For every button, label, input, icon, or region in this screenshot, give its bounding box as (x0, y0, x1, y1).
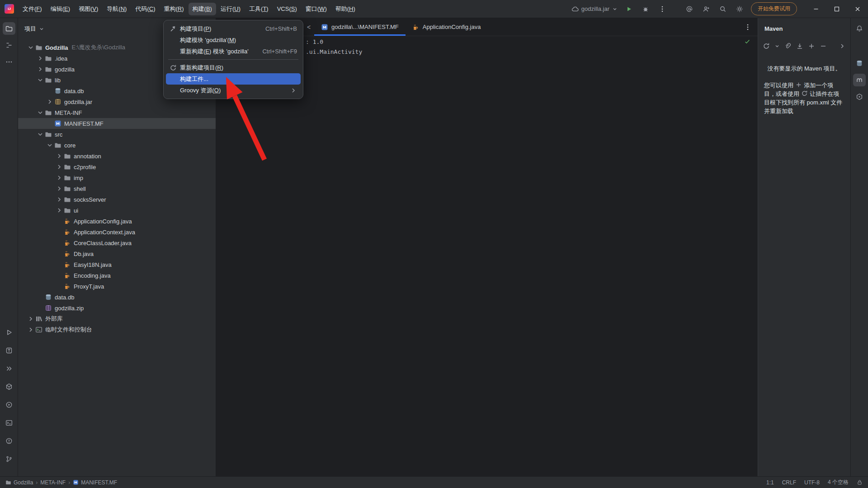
chevron-right-icon[interactable] (54, 196, 64, 203)
problems-tool-icon[interactable] (3, 435, 15, 447)
at-icon[interactable] (684, 4, 695, 14)
menubar-tools[interactable]: 工具(T) (245, 3, 273, 15)
breadcrumb-manifest-mf[interactable]: MANIFEST.MF (73, 479, 117, 486)
chevron-down-icon[interactable] (35, 131, 45, 138)
maven-attach-icon[interactable] (784, 43, 792, 50)
maven-download-icon[interactable] (796, 43, 803, 50)
tree-row-shell[interactable]: shell (18, 183, 216, 194)
breadcrumb-meta-inf[interactable]: META-INF (40, 479, 66, 486)
tree-row-meta-inf[interactable]: META-INF (18, 107, 216, 118)
run-button[interactable] (623, 4, 634, 14)
maven-sync-icon[interactable] (763, 43, 770, 50)
menubar-refactor[interactable]: 重构(R) (160, 3, 188, 15)
build-tool-icon[interactable] (3, 380, 15, 393)
tree-row-annotation[interactable]: annotation (18, 151, 216, 161)
chevron-right-icon[interactable] (54, 185, 64, 192)
chevron-right-icon[interactable] (54, 174, 64, 181)
menubar-code[interactable]: 代码(C) (131, 3, 159, 15)
maven-tool-icon[interactable] (853, 74, 866, 86)
run-tool-icon[interactable] (3, 326, 15, 339)
debug-button[interactable] (640, 4, 651, 14)
structure-tool-icon[interactable] (3, 39, 15, 52)
menubar-help[interactable]: 帮助(H) (331, 3, 359, 15)
maven-chevron-down-sm-icon[interactable] (774, 43, 780, 49)
maven-collapse-icon[interactable] (839, 43, 846, 50)
chevron-right-icon[interactable] (26, 315, 35, 322)
tree-row-easyi18n-java[interactable]: EasyI18N.java (18, 259, 216, 270)
project-tool-icon[interactable] (3, 22, 15, 35)
more-tools-icon[interactable] (3, 56, 15, 68)
terminal-tool-icon[interactable] (3, 417, 15, 429)
tree-row-c2profile[interactable]: c2profile (18, 161, 216, 172)
tree-row-coreclassloader-java[interactable]: CoreClassLoader.java (18, 237, 216, 248)
menu-item-build-artifacts[interactable]: 构建工件... (166, 73, 301, 85)
menubar-edit[interactable]: 编辑(E) (47, 3, 74, 15)
editor-tab-manifest[interactable]: godzilla\...\MANIFEST.MF (314, 18, 406, 36)
chevron-right-icon[interactable] (54, 152, 64, 160)
menubar-file[interactable]: 文件(F) (19, 3, 46, 15)
tree-row-manifest-mf[interactable]: MANIFEST.MF (18, 118, 216, 129)
more-actions-icon[interactable] (657, 4, 668, 14)
chevron-down-icon[interactable] (35, 109, 45, 116)
tree-row-data-db[interactable]: data.db (18, 292, 216, 303)
version-control-tool-icon[interactable] (3, 453, 15, 465)
tree-row-encoding-java[interactable]: Encoding.java (18, 270, 216, 281)
chevron-down-icon[interactable] (45, 142, 54, 149)
editor-surface[interactable]: : 1.0 .ui.MainActivity (216, 36, 758, 476)
chevron-down-icon[interactable] (26, 44, 35, 51)
line-separator-widget[interactable]: CRLF (782, 479, 796, 486)
chevron-right-icon[interactable] (54, 207, 64, 214)
readonly-lock-icon[interactable] (857, 479, 863, 485)
settings-icon[interactable] (734, 4, 745, 14)
start-trial-button[interactable]: 开始免费试用 (751, 2, 797, 15)
search-everywhere-icon[interactable] (717, 4, 728, 14)
services-tool-icon[interactable] (3, 398, 15, 411)
menubar-navigate[interactable]: 导航(N) (103, 3, 131, 15)
database-tool-icon[interactable] (853, 57, 866, 70)
menu-item-rebuild-project[interactable]: 重新构建项目(R) (166, 62, 301, 73)
tree-row-ui[interactable]: ui (18, 205, 216, 216)
menu-item-build-module[interactable]: 构建模块 'godzilla'(M) (166, 34, 301, 46)
tree-row-src[interactable]: src (18, 129, 216, 140)
close-button[interactable] (847, 2, 868, 15)
menu-item-build-project[interactable]: 构建项目(P) Ctrl+Shift+B (166, 23, 301, 34)
minimize-button[interactable] (806, 2, 826, 15)
tree-row-imp[interactable]: imp (18, 172, 216, 183)
editor-tab-applicationconfig[interactable]: ApplicationConfig.java (406, 18, 488, 36)
menubar-window[interactable]: 窗口(W) (302, 3, 331, 15)
chevron-right-icon[interactable] (35, 66, 45, 73)
tree-row-socksserver[interactable]: socksServer (18, 194, 216, 205)
code-with-me-icon[interactable] (701, 4, 712, 14)
chevron-right-icon[interactable] (45, 98, 54, 105)
chevron-down-icon[interactable] (35, 76, 45, 84)
menubar-run[interactable]: 运行(U) (217, 3, 245, 15)
maven-add-icon[interactable] (808, 43, 815, 50)
menu-item-rebuild-module[interactable]: 重新构建(E) 模块 'godzilla' Ctrl+Shift+F9 (166, 46, 301, 57)
run-configuration-selector[interactable]: godzilla.jar (571, 5, 618, 13)
maven-remove-icon[interactable] (820, 43, 827, 50)
menubar-view[interactable]: 视图(V) (75, 3, 102, 15)
tree-row-item-25[interactable]: 外部库 (18, 313, 216, 324)
tree-row-godzilla-zip[interactable]: godzilla.zip (18, 303, 216, 313)
tree-row-applicationcontext-java[interactable]: ApplicationContext.java (18, 227, 216, 237)
breadcrumb-godzilla[interactable]: Godzilla (5, 479, 33, 486)
tree-row-db-java[interactable]: Db.java (18, 248, 216, 259)
caret-position-widget[interactable]: 1:1 (766, 479, 774, 486)
notifications-icon[interactable] (853, 22, 866, 35)
indent-widget[interactable]: 4 个空格 (828, 479, 849, 486)
maximize-button[interactable] (826, 2, 847, 15)
encoding-widget[interactable]: UTF-8 (804, 479, 820, 486)
todo-tool-icon[interactable] (3, 344, 15, 357)
tab-options-icon[interactable] (744, 24, 751, 31)
chevron-right-icon[interactable] (35, 55, 45, 62)
tree-row-core[interactable]: core (18, 140, 216, 151)
more-tool-windows-icon[interactable] (3, 362, 15, 375)
menubar-build[interactable]: 构建(B) (189, 3, 216, 15)
menubar-vcs[interactable]: VCS(S) (273, 3, 301, 14)
tree-row-applicationconfig-java[interactable]: ApplicationConfig.java (18, 216, 216, 227)
tab-overflow-indicator[interactable]: < (303, 24, 314, 31)
dependencies-tool-icon[interactable] (853, 90, 866, 103)
menu-item-groovy-resources[interactable]: Groovy 资源(O) (166, 85, 301, 96)
chevron-right-icon[interactable] (26, 326, 35, 333)
tree-row-item-26[interactable]: 临时文件和控制台 (18, 324, 216, 335)
